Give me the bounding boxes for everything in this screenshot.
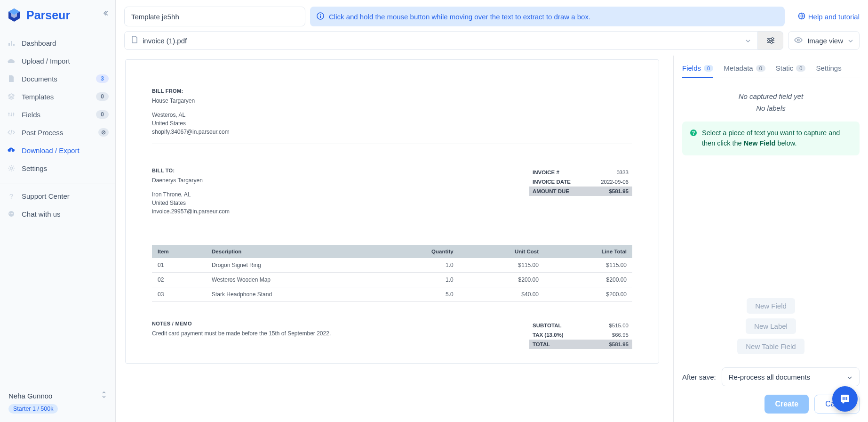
svg-point-15 — [772, 38, 773, 40]
sidebar-item-fields[interactable]: Fields0 — [0, 106, 115, 123]
svg-rect-24 — [846, 397, 847, 400]
cell-total: $200.00 — [544, 273, 632, 287]
file-toolbar: invoice (1).pdf Image view — [116, 31, 868, 56]
new-label-button[interactable]: New Label — [746, 318, 796, 334]
tip-box: ? Select a piece of text you want to cap… — [682, 122, 860, 155]
cell-cost: $115.00 — [459, 258, 544, 273]
help-tutorial-link[interactable]: Help and tutorial — [798, 12, 860, 21]
document-viewer: BILL FROM: House Targaryen Westeros, AL … — [116, 56, 673, 422]
file-settings-button[interactable] — [758, 31, 783, 50]
sidebar-item-templates[interactable]: Templates0 — [0, 88, 115, 106]
globe-icon — [798, 12, 805, 21]
value: 0333 — [616, 170, 629, 175]
sidebar-item-documents[interactable]: Documents3 — [0, 70, 115, 88]
bill-to-title: BILL TO: — [152, 168, 510, 173]
svg-text:?: ? — [692, 130, 695, 136]
sidebar-collapse-button[interactable] — [102, 8, 111, 18]
svg-point-18 — [797, 39, 799, 41]
label: Help and tutorial — [808, 13, 860, 21]
value: $515.00 — [609, 323, 629, 328]
file-name: invoice (1).pdf — [143, 37, 741, 45]
sidebar-item-dashboard[interactable]: Dashboard — [0, 34, 115, 52]
sidebar-item-chat[interactable]: Chat with us — [0, 205, 115, 223]
svg-point-6 — [10, 167, 13, 170]
bill-from-addr2: United States — [152, 120, 632, 127]
cloud-icon — [7, 56, 16, 65]
cell-total: $115.00 — [544, 258, 632, 273]
user-menu[interactable]: Neha Gunnoo — [8, 391, 107, 400]
label: Fields — [22, 111, 96, 119]
label: Support Center — [22, 192, 109, 200]
col-desc: Description — [206, 245, 379, 258]
chat-icon — [7, 209, 16, 219]
svg-point-8 — [9, 213, 10, 214]
sidebar-item-settings[interactable]: Settings — [0, 159, 115, 177]
sidebar-nav: DashboardUpload / ImportDocuments3Templa… — [0, 30, 115, 181]
chevron-down-icon — [847, 373, 852, 381]
totals: SUBTOTAL$515.00 TAX (13.0%)$66.95 TOTAL$… — [529, 321, 632, 349]
view-mode-dropdown[interactable]: Image view — [788, 31, 860, 50]
new-table-field-button[interactable]: New Table Field — [737, 339, 804, 354]
topbar: Click and hold the mouse button while mo… — [116, 0, 868, 31]
chevron-down-icon — [745, 36, 751, 45]
bill-to-addr1: Iron Throne, AL — [152, 191, 510, 198]
svg-point-17 — [771, 41, 772, 43]
document-page[interactable]: BILL FROM: House Targaryen Westeros, AL … — [125, 59, 659, 364]
divider — [0, 184, 115, 184]
create-button[interactable]: Create — [764, 395, 809, 414]
hint-banner: Click and hold the mouse button while mo… — [310, 7, 785, 26]
label: Settings — [22, 164, 109, 172]
sidebar-item-post-process[interactable]: Post Process⊘ — [0, 123, 115, 141]
new-field-button[interactable]: New Field — [747, 298, 795, 314]
document-scroll[interactable]: BILL FROM: House Targaryen Westeros, AL … — [125, 59, 667, 422]
panel-tabs: Fields 0 Metadata 0 Static 0 Settings — [682, 56, 860, 78]
intercom-chat-button[interactable] — [832, 386, 858, 412]
label: TAX (13.0%) — [533, 332, 564, 338]
chevron-down-icon — [848, 36, 853, 45]
value: $581.95 — [609, 341, 629, 347]
plan-badge: Starter 1 / 500k — [8, 404, 58, 414]
code-icon — [7, 128, 16, 137]
tab-fields[interactable]: Fields 0 — [682, 64, 713, 78]
bill-from-email: shopify.34067@in.parseur.com — [152, 129, 632, 135]
svg-point-12 — [320, 14, 321, 15]
items-table: Item Description Quantity Unit Cost Line… — [152, 245, 632, 302]
label: Image view — [807, 37, 843, 45]
sidebar-item-upload-import[interactable]: Upload / Import — [0, 52, 115, 70]
chevron-updown-icon — [101, 391, 107, 400]
label: Metadata — [724, 64, 753, 72]
value: $66.95 — [612, 332, 629, 338]
label: Static — [776, 64, 794, 72]
label: Download / Export — [22, 146, 109, 154]
tip-post: below. — [775, 139, 796, 147]
svg-rect-2 — [13, 44, 15, 46]
sliders-icon — [7, 110, 16, 119]
cell-qty: 1.0 — [379, 258, 459, 273]
label: Templates — [22, 93, 96, 101]
table-row: 01Drogon Signet Ring1.0$115.00$115.00 — [152, 258, 632, 273]
svg-rect-23 — [844, 397, 845, 400]
badge: 0 — [704, 65, 713, 72]
sidebar-item-support[interactable]: ? Support Center — [0, 187, 115, 205]
tab-static[interactable]: Static 0 — [776, 64, 806, 78]
tab-settings[interactable]: Settings — [816, 64, 841, 78]
col-cost: Unit Cost — [459, 245, 544, 258]
svg-point-9 — [11, 213, 12, 214]
after-save-select[interactable]: Re-process all documents — [722, 367, 860, 386]
user-name: Neha Gunnoo — [8, 392, 52, 400]
cell-item: 01 — [152, 258, 206, 273]
file-selector: invoice (1).pdf — [124, 31, 783, 50]
value: Re-process all documents — [729, 373, 810, 381]
main-area: Click and hold the mouse button while mo… — [116, 0, 868, 422]
cell-desc: Drogon Signet Ring — [206, 258, 379, 273]
cell-item: 03 — [152, 287, 206, 302]
file-dropdown[interactable]: invoice (1).pdf — [124, 31, 758, 50]
badge: 0 — [796, 65, 805, 72]
badge: 0 — [96, 92, 109, 101]
workspace: BILL FROM: House Targaryen Westeros, AL … — [116, 56, 868, 422]
template-name-input[interactable] — [124, 7, 305, 26]
label: Dashboard — [22, 39, 109, 47]
tab-metadata[interactable]: Metadata 0 — [724, 64, 765, 78]
help-icon: ? — [7, 191, 16, 201]
sidebar-item-download-export[interactable]: Download / Export — [0, 141, 115, 159]
